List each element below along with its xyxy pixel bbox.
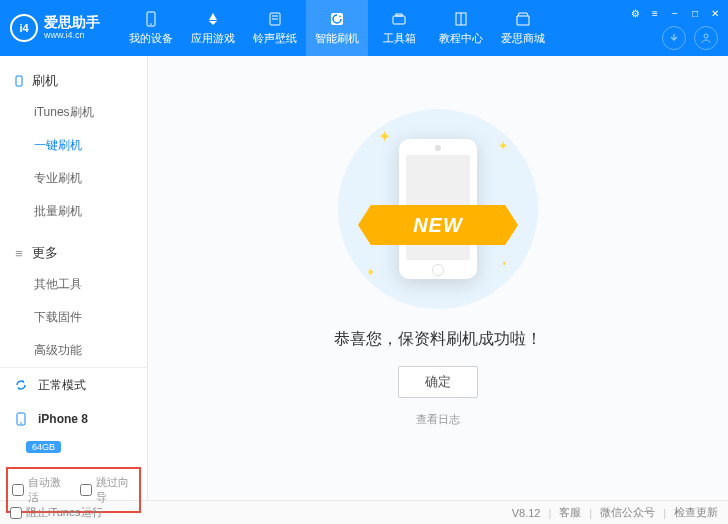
maximize-icon[interactable]: □ bbox=[688, 6, 702, 20]
refresh-icon bbox=[328, 10, 346, 28]
wechat-link[interactable]: 微信公众号 bbox=[600, 505, 655, 520]
update-link[interactable]: 检查更新 bbox=[674, 505, 718, 520]
sidebar-item-oneclick-flash[interactable]: 一键刷机 bbox=[0, 129, 147, 162]
svg-rect-11 bbox=[16, 76, 22, 86]
download-icon[interactable] bbox=[662, 26, 686, 50]
nav-flash[interactable]: 智能刷机 bbox=[306, 0, 368, 56]
apps-icon bbox=[204, 10, 222, 28]
phone-outline-icon bbox=[12, 74, 26, 88]
device-info[interactable]: iPhone 8 bbox=[0, 402, 147, 436]
sidebar-section-more[interactable]: ≡ 更多 bbox=[0, 238, 147, 268]
section-title: 刷机 bbox=[32, 72, 58, 90]
app-url: www.i4.cn bbox=[44, 31, 100, 41]
sparkle-icon: ✦ bbox=[498, 139, 508, 153]
sidebar-item-download-firmware[interactable]: 下载固件 bbox=[0, 301, 147, 334]
logo: i4 爱思助手 www.i4.cn bbox=[0, 14, 110, 42]
header-actions bbox=[662, 26, 718, 50]
settings-icon[interactable]: ⚙ bbox=[628, 6, 642, 20]
new-ribbon: NEW bbox=[358, 205, 518, 245]
nav-label: 我的设备 bbox=[129, 31, 173, 46]
checkbox-label: 跳过向导 bbox=[96, 475, 136, 505]
svg-rect-7 bbox=[396, 14, 402, 16]
sidebar-item-advanced[interactable]: 高级功能 bbox=[0, 334, 147, 367]
device-name: iPhone 8 bbox=[38, 412, 88, 426]
sidebar-item-other-tools[interactable]: 其他工具 bbox=[0, 268, 147, 301]
sparkle-icon: ✦ bbox=[378, 127, 391, 146]
storage-badge: 64GB bbox=[26, 441, 61, 453]
window-controls: ⚙ ≡ − □ ✕ bbox=[628, 6, 722, 20]
success-message: 恭喜您，保资料刷机成功啦！ bbox=[334, 329, 542, 350]
minimize-icon[interactable]: − bbox=[668, 6, 682, 20]
app-name: 爱思助手 bbox=[44, 15, 100, 30]
main-content: ✦ ✦ ✦ • NEW 恭喜您，保资料刷机成功啦！ 确定 查看日志 bbox=[148, 56, 728, 500]
sidebar-item-pro-flash[interactable]: 专业刷机 bbox=[0, 162, 147, 195]
nav-label: 教程中心 bbox=[439, 31, 483, 46]
svg-rect-6 bbox=[393, 16, 405, 24]
store-icon bbox=[514, 10, 532, 28]
section-title: 更多 bbox=[32, 244, 58, 262]
support-link[interactable]: 客服 bbox=[559, 505, 581, 520]
menu-icon[interactable]: ≡ bbox=[648, 6, 662, 20]
sparkle-icon: ✦ bbox=[366, 266, 375, 279]
mode-label: 正常模式 bbox=[38, 377, 86, 394]
main-nav: 我的设备 应用游戏 铃声壁纸 智能刷机 工具箱 教程中心 爱思商城 bbox=[120, 0, 554, 56]
sidebar-item-itunes-flash[interactable]: iTunes刷机 bbox=[0, 96, 147, 129]
nav-tutorials[interactable]: 教程中心 bbox=[430, 0, 492, 56]
skip-wizard-checkbox[interactable]: 跳过向导 bbox=[80, 475, 136, 505]
svg-point-10 bbox=[704, 34, 708, 38]
music-icon bbox=[266, 10, 284, 28]
success-illustration: ✦ ✦ ✦ • NEW bbox=[338, 109, 538, 309]
sparkle-icon: • bbox=[502, 258, 506, 269]
svg-point-1 bbox=[150, 23, 152, 25]
checkbox-label: 阻止iTunes运行 bbox=[26, 505, 103, 520]
sidebar-item-batch-flash[interactable]: 批量刷机 bbox=[0, 195, 147, 228]
phone-icon bbox=[142, 10, 160, 28]
sync-icon bbox=[12, 376, 30, 394]
device-mode[interactable]: 正常模式 bbox=[0, 368, 147, 402]
auto-activate-checkbox[interactable]: 自动激活 bbox=[12, 475, 68, 505]
book-icon bbox=[452, 10, 470, 28]
nav-store[interactable]: 爱思商城 bbox=[492, 0, 554, 56]
nav-label: 应用游戏 bbox=[191, 31, 235, 46]
logo-icon: i4 bbox=[10, 14, 38, 42]
confirm-button[interactable]: 确定 bbox=[398, 366, 478, 398]
user-icon[interactable] bbox=[694, 26, 718, 50]
nav-label: 爱思商城 bbox=[501, 31, 545, 46]
view-log-link[interactable]: 查看日志 bbox=[416, 412, 460, 427]
nav-label: 智能刷机 bbox=[315, 31, 359, 46]
nav-toolbox[interactable]: 工具箱 bbox=[368, 0, 430, 56]
more-icon: ≡ bbox=[12, 246, 26, 260]
nav-my-device[interactable]: 我的设备 bbox=[120, 0, 182, 56]
app-header: i4 爱思助手 www.i4.cn 我的设备 应用游戏 铃声壁纸 智能刷机 工具… bbox=[0, 0, 728, 56]
version-label: V8.12 bbox=[512, 507, 541, 519]
toolbox-icon bbox=[390, 10, 408, 28]
nav-label: 铃声壁纸 bbox=[253, 31, 297, 46]
checkbox-label: 自动激活 bbox=[28, 475, 68, 505]
close-icon[interactable]: ✕ bbox=[708, 6, 722, 20]
nav-label: 工具箱 bbox=[383, 31, 416, 46]
sidebar: 刷机 iTunes刷机 一键刷机 专业刷机 批量刷机 ≡ 更多 其他工具 下载固… bbox=[0, 56, 148, 500]
device-phone-icon bbox=[12, 410, 30, 428]
nav-apps[interactable]: 应用游戏 bbox=[182, 0, 244, 56]
sidebar-section-flash[interactable]: 刷机 bbox=[0, 66, 147, 96]
block-itunes-checkbox[interactable]: 阻止iTunes运行 bbox=[10, 505, 103, 520]
svg-point-13 bbox=[20, 422, 22, 424]
nav-ringtones[interactable]: 铃声壁纸 bbox=[244, 0, 306, 56]
